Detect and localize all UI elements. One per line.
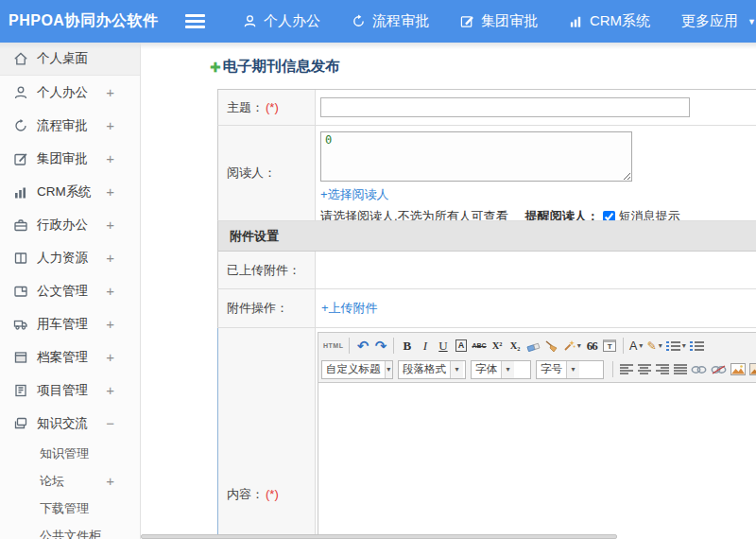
required-mark: (*) — [266, 487, 279, 501]
sidebar-item-group-approval[interactable]: 集团审批 + — [0, 142, 140, 175]
align-left-icon — [620, 364, 633, 375]
heading-select[interactable]: 自定义标题 ▾ — [321, 360, 393, 379]
subject-input[interactable] — [320, 97, 690, 117]
expander-plus[interactable]: + — [106, 250, 114, 266]
upload-attachment-link[interactable]: +上传附件 — [321, 300, 378, 317]
italic-button[interactable]: I — [416, 336, 434, 356]
expander-plus[interactable]: + — [106, 217, 114, 233]
insert-link-button[interactable] — [689, 359, 709, 379]
nav-group-approval[interactable]: 集团审批 — [460, 12, 538, 30]
template-icon[interactable]: T — [601, 336, 619, 356]
book-icon — [12, 250, 28, 266]
page-title: 电子期刊信息发布 — [223, 57, 340, 77]
expander-plus[interactable]: + — [106, 183, 114, 200]
expander-plus[interactable]: + — [106, 117, 114, 133]
sms-remind-label: 短消息提示 — [619, 208, 680, 220]
align-right-button[interactable] — [653, 359, 671, 379]
subscript-button[interactable]: X₂ — [507, 336, 524, 356]
unordered-list-button[interactable] — [688, 336, 706, 356]
expander-plus[interactable]: + — [106, 283, 114, 299]
expander-plus[interactable]: + — [106, 150, 114, 166]
redo-button[interactable]: ↷ — [371, 336, 389, 356]
hamburger-menu-icon[interactable] — [185, 11, 205, 31]
remove-link-button[interactable] — [709, 359, 729, 379]
html-source-button[interactable]: HTML — [321, 336, 345, 356]
expander-plus[interactable]: + — [106, 382, 114, 398]
border-text-button[interactable]: A — [452, 336, 470, 356]
app-logo: PHPOA协同办公软件 — [0, 11, 174, 31]
sidebar-item-process-approval[interactable]: 流程审批 + — [0, 109, 140, 142]
expander-plus[interactable]: + — [106, 349, 114, 365]
process-icon — [352, 14, 366, 28]
bold-button[interactable]: B — [398, 336, 416, 356]
sidebar-item-archive-management[interactable]: 档案管理 + — [0, 340, 140, 374]
blockquote-button[interactable]: 66 — [583, 336, 601, 356]
person-icon — [12, 84, 28, 100]
align-right-icon — [656, 364, 669, 375]
page-title-row: ✚ 电子期刊信息发布 — [210, 57, 756, 77]
caret-down-icon: ▾ — [659, 341, 662, 350]
archive-icon — [12, 349, 28, 365]
sidebar-item-personal-desktop[interactable]: 个人桌面 — [0, 43, 140, 76]
caret-down-icon: ▾ — [566, 361, 579, 378]
caret-down-icon: ▾ — [501, 361, 514, 378]
sidebar-item-personal-office[interactable]: 个人办公 + — [0, 76, 140, 109]
superscript-button[interactable]: X² — [489, 336, 507, 356]
underline-button[interactable]: U — [434, 336, 452, 356]
nav-process-approval[interactable]: 流程审批 — [352, 12, 429, 30]
caret-down-icon: ▾ — [682, 341, 686, 350]
insert-image-button[interactable] — [729, 359, 747, 379]
toolbar-separator — [623, 338, 624, 354]
undo-button[interactable]: ↶ — [353, 336, 371, 356]
sidebar-item-vehicle-management[interactable]: 用车管理 + — [0, 307, 140, 340]
autotypeset-wand-icon[interactable]: ▾ — [560, 336, 583, 356]
strikethrough-button[interactable]: ABC — [470, 336, 488, 356]
nav-crm-system[interactable]: CRM系统 — [569, 12, 650, 30]
nav-personal-office[interactable]: 个人办公 — [243, 12, 320, 30]
readers-row: 阅读人： 0 +选择阅读人 请选择阅读人,不选为所有人可查看 提醒阅读人： 短消… — [217, 126, 756, 221]
expander-minus[interactable]: − — [106, 415, 114, 431]
format-brush-icon[interactable] — [542, 336, 560, 356]
readers-note: 请选择阅读人,不选为所有人可查看 — [320, 208, 508, 220]
bar-chart-icon — [12, 183, 28, 200]
highlight-pen-button[interactable]: ✎ ▾ — [645, 336, 664, 356]
font-color-button[interactable]: A ▾ — [627, 336, 645, 356]
align-justify-button[interactable] — [671, 359, 689, 379]
font-family-select[interactable]: 字体 ▾ — [471, 360, 531, 379]
sidebar-item-crm-system[interactable]: CRM系统 + — [0, 175, 140, 208]
align-justify-icon — [674, 364, 687, 375]
sidebar-subitem-public-file-cabinet[interactable]: 公共文件柜 — [0, 522, 140, 539]
expander-plus[interactable]: + — [106, 316, 114, 332]
paragraph-format-select[interactable]: 段落格式 ▾ — [398, 360, 466, 379]
eraser-icon[interactable] — [524, 336, 542, 356]
sidebar-item-knowledge-exchange[interactable]: 知识交流 − — [0, 407, 140, 440]
insert-media-button[interactable] — [747, 359, 756, 379]
attachment-operations-label: 附件操作： — [227, 300, 288, 317]
sidebar-item-human-resources[interactable]: 人力资源 + — [0, 241, 140, 274]
align-center-icon — [638, 364, 651, 375]
caret-down-icon: ▼ — [747, 17, 756, 26]
expander-plus[interactable]: + — [106, 473, 114, 489]
select-readers-link[interactable]: +选择阅读人 — [320, 186, 389, 203]
sidebar-subitem-knowledge-management[interactable]: 知识管理 — [0, 440, 140, 467]
horizontal-scrollbar[interactable] — [141, 534, 617, 539]
editor-toolbar-row2: 自定义标题 ▾ 段落格式 ▾ 字体 ▾ — [321, 357, 756, 381]
expander-plus[interactable]: + — [106, 84, 114, 100]
align-center-button[interactable] — [635, 359, 653, 379]
align-left-button[interactable] — [617, 359, 635, 379]
sidebar-item-admin-office[interactable]: 行政办公 + — [0, 208, 140, 241]
sms-remind-checkbox[interactable] — [603, 211, 615, 221]
sidebar-subitem-forum[interactable]: 论坛 + — [0, 467, 140, 495]
editor-content-area[interactable] — [318, 383, 756, 539]
sidebar-subitem-download-management[interactable]: 下载管理 — [0, 495, 140, 522]
readers-textarea[interactable]: 0 — [320, 131, 632, 182]
briefcase-icon — [12, 217, 28, 233]
font-size-select[interactable]: 字号 ▾ — [536, 360, 604, 379]
readers-note-row: 请选择阅读人,不选为所有人可查看 提醒阅读人： 短消息提示 — [320, 208, 756, 220]
ordered-list-button[interactable]: ▾ — [664, 336, 688, 356]
toolbar-separator — [349, 338, 350, 354]
publish-form: 主题： (*) 阅读人： 0 +选择阅读人 请选择阅读人,不选为所有人可查看 提… — [217, 89, 756, 539]
nav-more-apps[interactable]: 更多应用 ▼ — [681, 12, 756, 30]
sidebar-item-document-management[interactable]: 公文管理 + — [0, 274, 140, 307]
sidebar-item-project-management[interactable]: 项目管理 + — [0, 374, 140, 407]
